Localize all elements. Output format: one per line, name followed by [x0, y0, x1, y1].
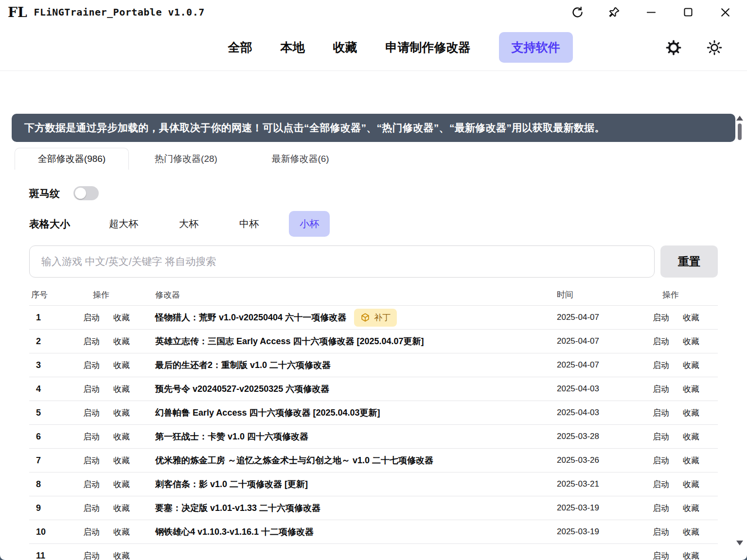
scrollbar-track[interactable] — [736, 121, 743, 541]
favorite-button[interactable]: 收藏 — [683, 480, 699, 489]
trainer-panel: 斑马纹 表格大小 超大杯大杯中杯小杯 重置 序号 操作 — [12, 186, 735, 560]
trainer-date: 2025-03-19 — [557, 503, 599, 512]
reset-button[interactable]: 重置 — [660, 245, 718, 278]
size-option-4[interactable]: 小杯 — [289, 211, 330, 237]
close-icon[interactable] — [718, 5, 732, 19]
launch-button[interactable]: 启动 — [653, 527, 669, 537]
size-option-3[interactable]: 中杯 — [229, 211, 269, 237]
favorite-button[interactable]: 收藏 — [113, 313, 130, 322]
favorite-button[interactable]: 收藏 — [113, 480, 130, 489]
favorite-button[interactable]: 收藏 — [113, 408, 130, 418]
favorite-button[interactable]: 收藏 — [683, 456, 699, 465]
favorite-button[interactable]: 收藏 — [683, 432, 699, 441]
tab-2[interactable]: 热门修改器(28) — [129, 148, 243, 170]
launch-button[interactable]: 启动 — [653, 408, 669, 418]
zebra-label: 斑马纹 — [29, 187, 60, 200]
favorite-button[interactable]: 收藏 — [683, 551, 699, 560]
favorite-button[interactable]: 收藏 — [113, 504, 130, 513]
favorite-button[interactable]: 收藏 — [683, 504, 699, 513]
favorite-button[interactable]: 收藏 — [113, 385, 130, 394]
row-number: 2 — [31, 336, 41, 346]
launch-button[interactable]: 启动 — [83, 408, 100, 418]
favorite-button[interactable]: 收藏 — [683, 527, 699, 537]
launch-button[interactable]: 启动 — [83, 504, 100, 513]
launch-button[interactable]: 启动 — [653, 456, 669, 465]
table-row: 7启动收藏优米雅的炼金工房 ～追忆之炼金术士与幻创之地～ v1.0 二十七项修改… — [29, 449, 718, 472]
favorite-button[interactable]: 收藏 — [683, 385, 699, 394]
favorite-button[interactable]: 收藏 — [683, 337, 699, 346]
search-input[interactable] — [29, 245, 655, 278]
nav-item-5[interactable]: 支持软件 — [499, 32, 573, 63]
scrollbar-thumb[interactable] — [738, 123, 742, 140]
maximize-icon[interactable] — [681, 5, 695, 19]
nav-item-2[interactable]: 本地 — [281, 39, 305, 55]
favorite-button[interactable]: 收藏 — [113, 337, 130, 346]
launch-button[interactable]: 启动 — [653, 385, 669, 394]
gear-icon[interactable] — [665, 39, 682, 56]
trainer-name: 预先号令 v20240527-v20250325 六项修改器 — [155, 383, 329, 395]
row-number: 10 — [31, 527, 46, 537]
trainer-name: 钢铁雄心4 v1.10.3-v1.16.1 十二项修改器 — [155, 526, 314, 538]
favorite-button[interactable]: 收藏 — [113, 432, 130, 441]
launch-button[interactable]: 启动 — [83, 313, 100, 322]
trainer-name: 幻兽帕鲁 Early Access 四十六项修改器 [2025.04.03更新] — [155, 407, 380, 419]
app-logo: FL — [8, 4, 27, 20]
launch-button[interactable]: 启动 — [83, 337, 100, 346]
minimize-icon[interactable] — [644, 5, 658, 19]
size-option-1[interactable]: 超大杯 — [98, 211, 149, 237]
zebra-row: 斑马纹 — [29, 186, 718, 200]
launch-button[interactable]: 启动 — [653, 432, 669, 441]
favorite-button[interactable]: 收藏 — [113, 527, 130, 537]
trainer-date: 2025-04-07 — [557, 360, 599, 369]
package-icon — [360, 313, 370, 322]
launch-button[interactable]: 启动 — [83, 480, 100, 489]
trainer-date: 2025-03-19 — [557, 527, 599, 536]
launch-button[interactable]: 启动 — [653, 361, 669, 370]
patch-badge[interactable]: 补丁 — [354, 309, 397, 327]
launch-button[interactable]: 启动 — [83, 527, 100, 537]
table-row: 10启动收藏钢铁雄心4 v1.10.3-v1.16.1 十二项修改器2025-0… — [29, 520, 718, 544]
launch-button[interactable]: 启动 — [653, 337, 669, 346]
table-row: 11启动收藏启动收藏 — [29, 544, 718, 560]
header-trainer: 修改器 — [153, 284, 555, 306]
nav-item-3[interactable]: 收藏 — [333, 39, 357, 55]
zebra-toggle[interactable] — [73, 186, 99, 200]
tab-1[interactable]: 全部修改器(986) — [15, 148, 129, 170]
nav-item-4[interactable]: 申请制作修改器 — [386, 39, 471, 55]
launch-button[interactable]: 启动 — [83, 456, 100, 465]
favorite-button[interactable]: 收藏 — [113, 361, 130, 370]
launch-button[interactable]: 启动 — [653, 551, 669, 560]
launch-button[interactable]: 启动 — [653, 313, 669, 322]
favorite-button[interactable]: 收藏 — [683, 408, 699, 418]
launch-button[interactable]: 启动 — [83, 385, 100, 394]
table-row: 6启动收藏第一狂战士：卡赞 v1.0 四十六项修改器2025-03-28启动收藏 — [29, 425, 718, 449]
nav-item-1[interactable]: 全部 — [228, 39, 252, 55]
launch-button[interactable]: 启动 — [653, 504, 669, 513]
refresh-icon[interactable] — [570, 5, 585, 19]
favorite-button[interactable]: 收藏 — [113, 551, 130, 560]
launch-button[interactable]: 启动 — [83, 432, 100, 441]
favorite-button[interactable]: 收藏 — [113, 456, 130, 465]
header-actions-left: 操作 — [75, 284, 153, 306]
launch-button[interactable]: 启动 — [83, 361, 100, 370]
trainer-date: 2025-04-03 — [557, 408, 599, 417]
favorite-button[interactable]: 收藏 — [683, 313, 699, 322]
vertical-scrollbar[interactable] — [736, 116, 743, 545]
table-size-label: 表格大小 — [29, 217, 70, 231]
trainer-name: 英雄立志传：三国志 Early Access 四十六项修改器 [2025.04.… — [155, 335, 424, 347]
launch-button[interactable]: 启动 — [653, 480, 669, 489]
pin-icon[interactable] — [607, 5, 622, 19]
scroll-down-icon[interactable] — [736, 541, 743, 545]
header-actions-right: 操作 — [645, 284, 718, 306]
favorite-button[interactable]: 收藏 — [683, 361, 699, 370]
tab-3[interactable]: 最新修改器(6) — [243, 148, 357, 170]
row-number: 3 — [31, 360, 41, 370]
launch-button[interactable]: 启动 — [83, 551, 100, 560]
table-row: 4启动收藏预先号令 v20240527-v20250325 六项修改器2025-… — [29, 377, 718, 401]
window-title: FLiNGTrainer_Portable v1.0.7 — [34, 6, 205, 18]
header-time: 时间 — [555, 284, 645, 306]
navbar: 全部本地收藏申请制作修改器支持软件 — [0, 24, 747, 71]
brightness-icon[interactable] — [706, 39, 723, 56]
size-option-2[interactable]: 大杯 — [168, 211, 209, 237]
scroll-up-icon[interactable] — [736, 116, 743, 121]
